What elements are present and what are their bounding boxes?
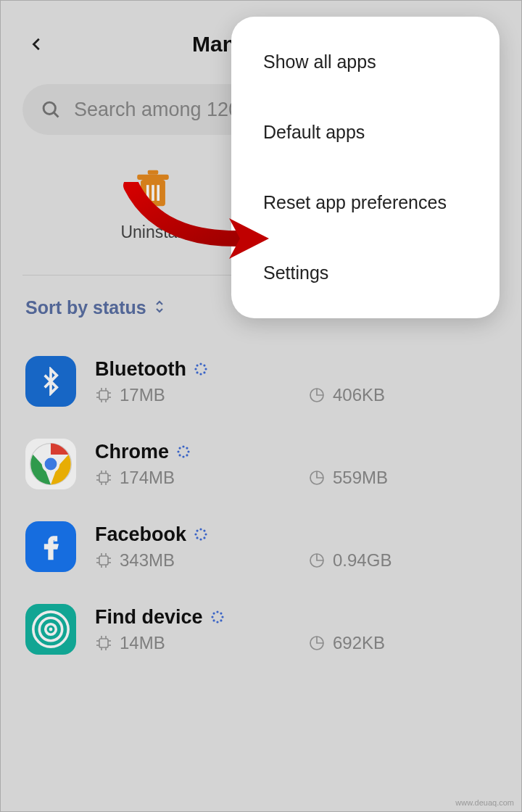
app-body: Facebook 343MB 0.94GB: [95, 523, 497, 571]
overflow-menu: Show all apps Default apps Reset app pre…: [231, 17, 500, 318]
app-icon: [25, 356, 76, 407]
ram-stat: 14MB: [95, 633, 247, 653]
svg-point-34: [178, 454, 181, 456]
uninstall-label: Uninstall: [120, 223, 184, 242]
svg-rect-3: [137, 175, 169, 180]
svg-point-71: [221, 616, 223, 618]
svg-point-77: [216, 610, 218, 613]
status-badge-icon: [194, 362, 208, 376]
status-badge-icon: [176, 444, 191, 459]
svg-rect-16: [99, 391, 108, 399]
svg-point-11: [196, 371, 198, 373]
svg-point-74: [212, 619, 215, 621]
status-badge-icon: [194, 527, 208, 542]
svg-point-38: [186, 447, 188, 449]
app-icon: [25, 439, 76, 489]
app-row[interactable]: Facebook 343MB 0.94GB: [25, 505, 497, 588]
svg-point-72: [220, 619, 222, 621]
app-icon: [25, 604, 76, 655]
svg-point-8: [204, 368, 207, 370]
svg-point-56: [203, 529, 205, 531]
sort-label: Sort by status: [25, 297, 146, 318]
svg-point-0: [44, 102, 55, 114]
svg-point-35: [177, 450, 179, 452]
svg-point-70: [49, 628, 53, 631]
status-badge-icon: [210, 610, 225, 624]
svg-point-55: [199, 528, 202, 530]
storage-stat: 559MB: [308, 468, 460, 488]
app-name: Bluetooth: [95, 358, 186, 381]
search-icon: [41, 99, 61, 120]
menu-reset-app-preferences[interactable]: Reset app preferences: [231, 167, 500, 238]
app-body: Find device 14MB 692KB: [95, 606, 497, 653]
svg-point-37: [182, 445, 184, 447]
svg-point-51: [199, 538, 202, 540]
svg-point-32: [186, 454, 188, 456]
app-icon: [25, 521, 76, 572]
svg-rect-4: [147, 170, 158, 175]
svg-point-12: [194, 368, 196, 370]
svg-point-75: [211, 616, 213, 618]
app-list: Bluetooth 17MB 406KB Chrome 174MB 559MB …: [1, 333, 521, 678]
uninstall-tile[interactable]: Uninstall: [102, 167, 204, 242]
svg-point-36: [178, 447, 181, 449]
svg-line-1: [54, 112, 58, 117]
menu-default-apps[interactable]: Default apps: [231, 97, 500, 167]
svg-point-31: [187, 450, 189, 452]
svg-point-52: [196, 536, 198, 539]
menu-settings[interactable]: Settings: [231, 238, 500, 308]
svg-point-10: [199, 373, 202, 375]
app-name: Chrome: [95, 441, 169, 463]
svg-point-73: [216, 621, 218, 623]
svg-rect-39: [99, 473, 108, 482]
svg-point-33: [182, 455, 184, 457]
svg-point-13: [196, 364, 198, 366]
app-body: Chrome 174MB 559MB: [95, 441, 497, 488]
svg-point-15: [203, 364, 205, 366]
app-name: Find device: [95, 606, 203, 629]
storage-stat: 406KB: [308, 385, 460, 405]
svg-point-50: [203, 536, 205, 539]
sort-arrows-icon: [154, 299, 165, 318]
ram-stat: 174MB: [95, 468, 247, 488]
storage-stat: 692KB: [308, 633, 460, 653]
app-row[interactable]: Find device 14MB 692KB: [25, 588, 497, 671]
trash-icon: [132, 167, 174, 210]
svg-point-9: [203, 371, 205, 373]
watermark: www.deuaq.com: [455, 798, 514, 807]
menu-show-all-apps[interactable]: Show all apps: [231, 27, 500, 97]
app-row[interactable]: Bluetooth 17MB 406KB: [25, 340, 497, 423]
svg-point-49: [204, 533, 207, 535]
app-name: Facebook: [95, 523, 186, 546]
svg-point-14: [199, 362, 202, 365]
svg-point-76: [212, 612, 215, 614]
svg-rect-79: [99, 639, 108, 647]
app-row[interactable]: Chrome 174MB 559MB: [25, 423, 497, 505]
ram-stat: 343MB: [95, 550, 247, 571]
ram-stat: 17MB: [95, 385, 247, 405]
svg-point-53: [194, 533, 196, 535]
storage-stat: 0.94GB: [308, 550, 460, 571]
svg-point-78: [220, 612, 222, 614]
svg-point-54: [196, 529, 198, 531]
app-body: Bluetooth 17MB 406KB: [95, 358, 497, 405]
svg-rect-57: [99, 556, 108, 565]
